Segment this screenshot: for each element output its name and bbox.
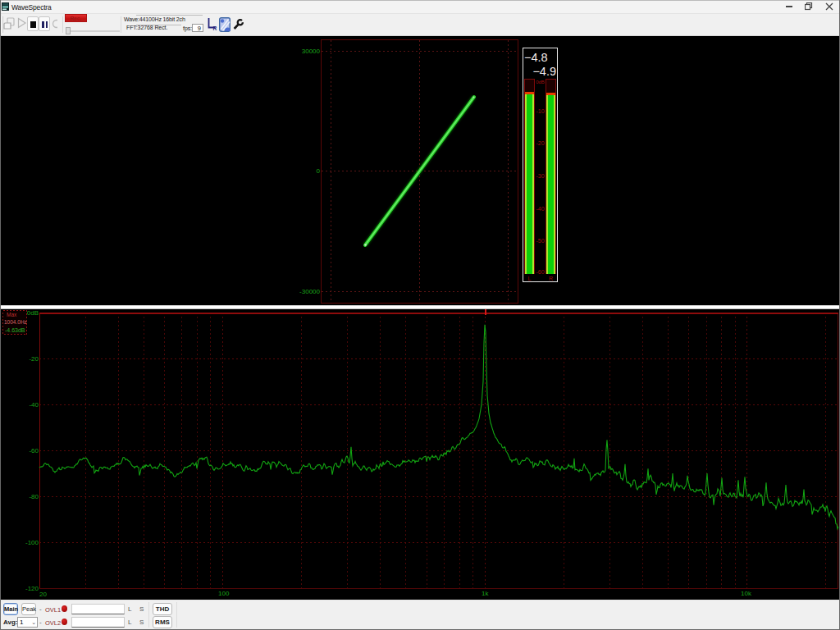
svg-text:1004.0Hz: 1004.0Hz bbox=[4, 319, 27, 325]
svg-text:-40: -40 bbox=[29, 401, 39, 409]
svg-text:30000: 30000 bbox=[302, 48, 321, 55]
svg-text:-20: -20 bbox=[29, 355, 39, 363]
svg-text:Max: Max bbox=[7, 312, 17, 317]
svg-text:-30: -30 bbox=[536, 173, 544, 179]
svg-text:-10: -10 bbox=[536, 108, 544, 114]
svg-text:-60: -60 bbox=[536, 269, 544, 275]
svg-text:0: 0 bbox=[317, 167, 321, 175]
svg-text:−4.9: −4.9 bbox=[532, 65, 556, 78]
svg-text:-50: -50 bbox=[536, 238, 544, 244]
svg-text:-4.63dB: -4.63dB bbox=[5, 327, 25, 333]
svg-text:1k: 1k bbox=[482, 590, 489, 597]
svg-text:-30000: -30000 bbox=[299, 288, 320, 295]
svg-text:0dB: 0dB bbox=[536, 80, 545, 84]
svg-text:−4.8: −4.8 bbox=[524, 51, 548, 64]
svg-text:-60: -60 bbox=[29, 447, 39, 454]
svg-text:L: L bbox=[528, 276, 532, 281]
svg-text:100: 100 bbox=[218, 590, 230, 597]
svg-text:-40: -40 bbox=[536, 206, 544, 212]
svg-text:-120: -120 bbox=[25, 585, 39, 592]
svg-text:R: R bbox=[549, 276, 553, 281]
svg-text:-100: -100 bbox=[25, 539, 39, 546]
svg-text:-20: -20 bbox=[536, 140, 544, 146]
svg-text:-80: -80 bbox=[29, 493, 39, 500]
svg-text:0dB: 0dB bbox=[27, 309, 39, 317]
svg-text:R: R bbox=[213, 25, 217, 31]
svg-text:10k: 10k bbox=[741, 590, 752, 597]
svg-text:20: 20 bbox=[39, 591, 47, 598]
